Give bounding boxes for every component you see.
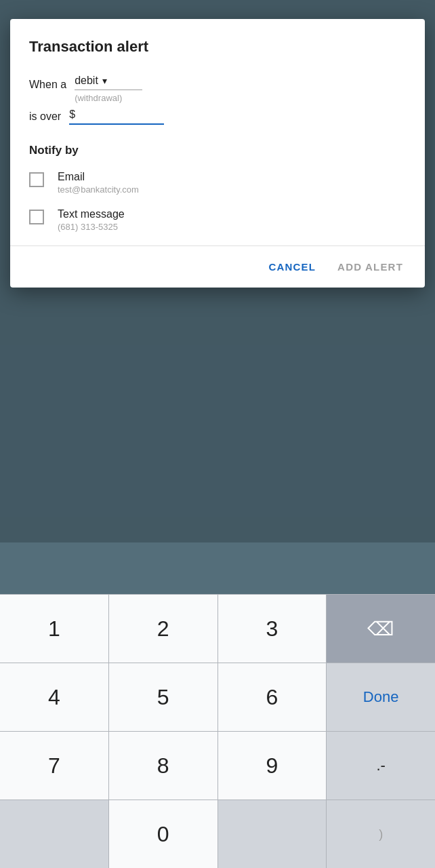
email-checkbox-row: Email test@bankatcity.com bbox=[29, 171, 406, 195]
dialog-actions: CANCEL ADD ALERT bbox=[29, 246, 406, 288]
key-7[interactable]: 7 bbox=[0, 732, 108, 800]
email-checkbox[interactable] bbox=[29, 172, 44, 187]
key-5[interactable]: 5 bbox=[109, 663, 218, 731]
phone-number: (681) 313-5325 bbox=[58, 222, 125, 232]
key-2[interactable]: 2 bbox=[109, 595, 218, 663]
notify-by-section: Notify by Email test@bankatcity.com Text… bbox=[29, 144, 406, 232]
notify-by-label: Notify by bbox=[29, 144, 406, 157]
key-9[interactable]: 9 bbox=[218, 732, 327, 800]
key-4[interactable]: 4 bbox=[0, 663, 108, 731]
is-over-label: is over bbox=[29, 111, 61, 123]
amount-input[interactable] bbox=[78, 108, 146, 121]
key-3[interactable]: 3 bbox=[218, 595, 327, 663]
email-label-group: Email test@bankatcity.com bbox=[58, 171, 139, 195]
transaction-alert-dialog: Transaction alert When a debit ▾ (withdr… bbox=[10, 19, 425, 288]
key-symbol: ) bbox=[327, 800, 435, 868]
numeric-keyboard: 1 2 3 ⌫ 4 5 6 Done 7 8 9 .- 0 ) bbox=[0, 594, 435, 868]
dollar-sign: $ bbox=[69, 108, 75, 121]
key-0[interactable]: 0 bbox=[109, 800, 218, 868]
dropdown-arrow-icon[interactable]: ▾ bbox=[102, 75, 107, 86]
debit-dropdown[interactable]: debit ▾ (withdrawal) bbox=[75, 75, 142, 103]
key-empty-left bbox=[0, 800, 108, 868]
done-key[interactable]: Done bbox=[327, 663, 435, 731]
key-8[interactable]: 8 bbox=[109, 732, 218, 800]
text-message-checkbox[interactable] bbox=[29, 210, 44, 224]
text-message-checkbox-row: Text message (681) 313-5325 bbox=[29, 208, 406, 232]
text-message-label: Text message bbox=[58, 208, 125, 220]
backspace-key[interactable]: ⌫ bbox=[327, 595, 435, 663]
email-address: test@bankatcity.com bbox=[58, 184, 139, 195]
debit-subtitle: (withdrawal) bbox=[75, 93, 142, 103]
is-over-row: is over $ bbox=[29, 108, 406, 125]
dialog-title: Transaction alert bbox=[29, 38, 406, 56]
when-a-label: When a bbox=[29, 75, 66, 91]
amount-input-wrapper[interactable]: $ bbox=[69, 108, 164, 125]
keyboard-grid: 1 2 3 ⌫ 4 5 6 Done 7 8 9 .- 0 ) bbox=[0, 595, 435, 868]
add-alert-button[interactable]: ADD ALERT bbox=[335, 256, 406, 278]
backspace-icon: ⌫ bbox=[367, 618, 394, 640]
when-a-row: When a debit ▾ (withdrawal) bbox=[29, 75, 406, 103]
cancel-button[interactable]: CANCEL bbox=[266, 256, 318, 278]
key-empty-right bbox=[218, 800, 327, 868]
key-6[interactable]: 6 bbox=[218, 663, 327, 731]
decimal-key[interactable]: .- bbox=[327, 732, 435, 800]
text-message-label-group: Text message (681) 313-5325 bbox=[58, 208, 125, 232]
key-1[interactable]: 1 bbox=[0, 595, 108, 663]
debit-value: debit bbox=[75, 75, 98, 87]
email-label: Email bbox=[58, 171, 139, 183]
